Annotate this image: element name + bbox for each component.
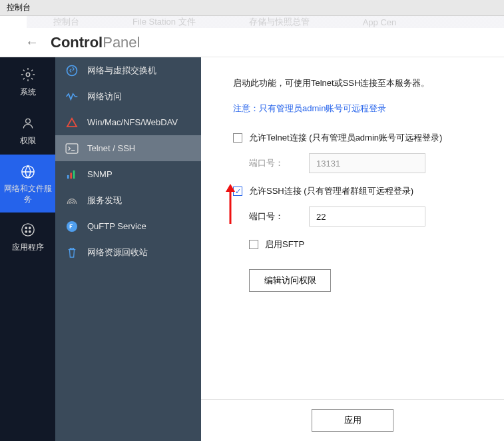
- sidebar-label: 网络和文件服务: [0, 184, 55, 205]
- svg-point-0: [26, 73, 30, 77]
- subnav-label: 网络资源回收站: [87, 246, 148, 258]
- subnav-protocols[interactable]: Win/Mac/NFS/WebDAV: [55, 109, 201, 135]
- subnav-telnet-ssh[interactable]: Telnet / SSH: [55, 135, 201, 161]
- subnav-label: 网络访问: [87, 91, 122, 103]
- subnav-discovery[interactable]: 服务发现: [55, 187, 201, 213]
- svg-point-3: [21, 224, 33, 236]
- sftp-checkbox[interactable]: [249, 240, 258, 249]
- page-title-bold: Control: [51, 34, 103, 51]
- window-title: 控制台: [7, 2, 31, 13]
- subnav-label: Telnet / SSH: [87, 143, 135, 153]
- ssh-port-input[interactable]: [309, 207, 425, 226]
- subnav-label: SNMP: [87, 169, 113, 179]
- app-menubar: 控制台 File Station 文件 存储与快照总管 App Cen: [0, 16, 504, 28]
- apps-icon: [20, 222, 36, 238]
- edit-access-button[interactable]: 编辑访问权限: [249, 269, 331, 292]
- ssh-checkbox[interactable]: ✓: [233, 187, 242, 196]
- sidebar-item-apps[interactable]: 应用程序: [0, 213, 55, 261]
- subnav-network-access[interactable]: 网络访问: [55, 83, 201, 109]
- telnet-checkbox[interactable]: [233, 133, 242, 143]
- subnav-label: 网络与虚拟交换机: [87, 65, 156, 77]
- menu-item[interactable]: 存储与快照总管: [249, 16, 310, 28]
- panel-header: ← ControlPanel: [0, 28, 504, 57]
- sidebar-item-permissions[interactable]: 权限: [0, 106, 55, 155]
- terminal-icon: [65, 141, 79, 156]
- ftp-icon: [65, 219, 79, 234]
- svg-point-1: [25, 119, 30, 123]
- svg-rect-10: [67, 175, 69, 178]
- subnav-snmp[interactable]: SNMP: [55, 161, 201, 187]
- svg-rect-9: [66, 143, 78, 153]
- pulse-icon: [65, 89, 79, 104]
- subnav-label: Win/Mac/NFS/WebDAV: [87, 117, 178, 127]
- svg-rect-12: [73, 170, 75, 178]
- gear-icon: [20, 67, 36, 83]
- apply-button[interactable]: 应用: [312, 409, 393, 432]
- telnet-label: 允许Telnet连接 (只有管理员admin账号可远程登录): [249, 132, 442, 144]
- subnav-label: 服务发现: [87, 195, 122, 207]
- menu-item[interactable]: 控制台: [53, 16, 79, 28]
- trash-icon: [65, 245, 79, 260]
- subnav-network-switch[interactable]: 网络与虚拟交换机: [55, 57, 201, 83]
- svg-rect-11: [70, 173, 72, 179]
- triangle-icon: [65, 115, 79, 130]
- sidebar-label: 系统: [20, 87, 36, 98]
- switch-icon: [65, 63, 79, 78]
- menu-item[interactable]: File Station 文件: [132, 16, 196, 28]
- ssh-label: 允许SSH连接 (只有管理者群组可远程登录): [249, 185, 413, 197]
- primary-sidebar: 系统 权限 网络和文件服务 应用程序: [0, 57, 55, 441]
- telnet-port-input[interactable]: [309, 153, 425, 173]
- sftp-label: 启用SFTP: [265, 238, 304, 250]
- secondary-sidebar: 网络与虚拟交换机 网络访问 Win/Mac/NFS/WebDAV Telnet …: [55, 57, 201, 441]
- radar-icon: [65, 193, 79, 208]
- ssh-port-label: 端口号：: [249, 211, 309, 222]
- window-titlebar: 控制台: [0, 0, 504, 16]
- main-content: 启动此功能，可使用Telnet或SSH连接至本服务器。 注意：只有管理员admi…: [201, 57, 504, 441]
- footer: 应用: [201, 399, 504, 441]
- svg-point-5: [29, 227, 30, 228]
- svg-point-4: [25, 227, 27, 228]
- svg-point-7: [29, 231, 30, 232]
- sidebar-item-network[interactable]: 网络和文件服务: [0, 155, 55, 213]
- globe-icon: [20, 164, 36, 180]
- subnav-recycle[interactable]: 网络资源回收站: [55, 239, 201, 265]
- menu-item[interactable]: App Cen: [363, 17, 397, 27]
- svg-point-8: [67, 65, 77, 75]
- sidebar-label: 应用程序: [12, 242, 44, 253]
- subnav-label: QuFTP Service: [87, 221, 146, 231]
- user-icon: [20, 115, 36, 131]
- bars-icon: [65, 167, 79, 182]
- subnav-quftp[interactable]: QuFTP Service: [55, 213, 201, 239]
- back-arrow-icon[interactable]: ←: [25, 35, 39, 50]
- page-title-thin: Panel: [103, 34, 140, 51]
- sidebar-item-system[interactable]: 系统: [0, 57, 55, 106]
- sidebar-label: 权限: [20, 135, 36, 147]
- warning-link[interactable]: 注意：只有管理员admin账号可远程登录: [233, 103, 491, 115]
- telnet-port-label: 端口号：: [249, 157, 309, 169]
- description-text: 启动此功能，可使用Telnet或SSH连接至本服务器。: [233, 77, 491, 89]
- svg-point-6: [25, 231, 27, 232]
